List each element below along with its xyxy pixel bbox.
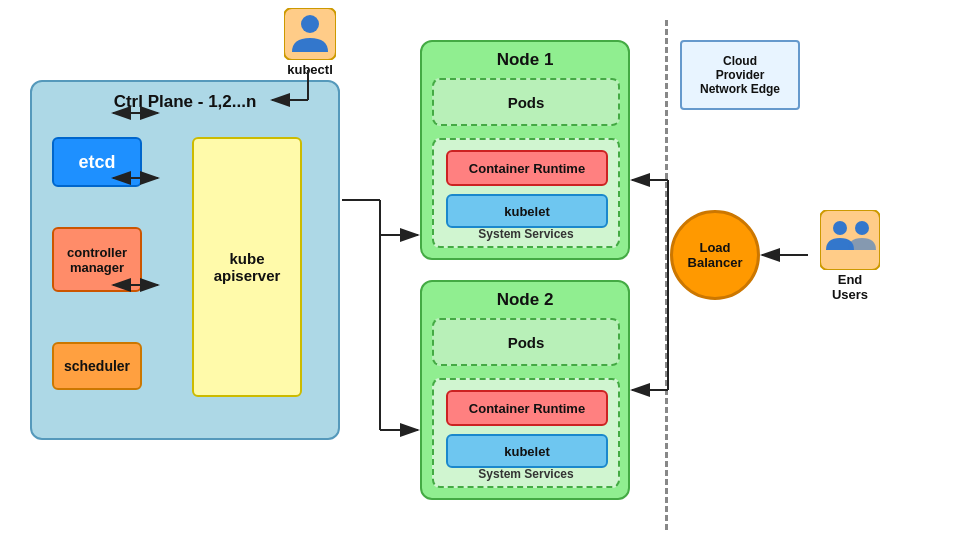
ctrl-plane-label: Ctrl Plane - 1,2...n — [114, 92, 257, 112]
controller-manager-box: controller manager — [52, 227, 142, 292]
node1-sys-services: Container Runtime kubelet System Service… — [432, 138, 620, 248]
node1-container-runtime: Container Runtime — [446, 150, 608, 186]
cloud-boundary-line — [665, 20, 668, 530]
node2-kubelet: kubelet — [446, 434, 608, 468]
node1-sys-services-label: System Services — [434, 227, 618, 241]
node2-sys-services-label: System Services — [434, 467, 618, 481]
kubectl-label: kubectl — [270, 62, 350, 77]
control-plane-box: Ctrl Plane - 1,2...n etcd controller man… — [30, 80, 340, 440]
node1-label: Node 1 — [422, 42, 628, 74]
kubectl-icon — [284, 8, 336, 60]
kubernetes-architecture-diagram: { "title": "Kubernetes Architecture Diag… — [0, 0, 960, 540]
end-users-label: End Users — [810, 272, 890, 302]
cloud-edge-box: Cloud Provider Network Edge — [680, 40, 800, 110]
svg-point-1 — [301, 15, 319, 33]
etcd-box: etcd — [52, 137, 142, 187]
node2-pods: Pods — [432, 318, 620, 366]
node1-kubelet: kubelet — [446, 194, 608, 228]
kube-apiserver-box: kube apiserver — [192, 137, 302, 397]
load-balancer: Load Balancer — [670, 210, 760, 300]
node2-box: Node 2 Pods Container Runtime kubelet Sy… — [420, 280, 630, 500]
node1-pods: Pods — [432, 78, 620, 126]
end-users-wrap: End Users — [810, 210, 890, 302]
node2-container-runtime: Container Runtime — [446, 390, 608, 426]
scheduler-box: scheduler — [52, 342, 142, 390]
node2-label: Node 2 — [422, 282, 628, 314]
node1-box: Node 1 Pods Container Runtime kubelet Sy… — [420, 40, 630, 260]
svg-point-4 — [855, 221, 869, 235]
kubectl-wrap: kubectl — [270, 8, 350, 77]
node2-sys-services: Container Runtime kubelet System Service… — [432, 378, 620, 488]
svg-point-3 — [833, 221, 847, 235]
end-users-icon — [820, 210, 880, 270]
